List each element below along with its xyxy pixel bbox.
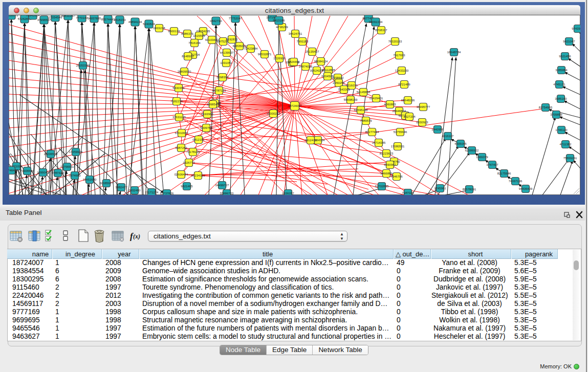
svg-text:13171274: 13171274 [145, 191, 159, 194]
svg-text:3709859: 3709859 [550, 113, 562, 116]
svg-text:5674680: 5674680 [69, 174, 81, 177]
svg-text:53755646: 53755646 [394, 130, 407, 134]
svg-text:76945314: 76945314 [26, 15, 40, 17]
svg-text:9413186: 9413186 [273, 19, 285, 22]
svg-text:71756551: 71756551 [60, 165, 74, 168]
svg-text:0433218: 0433218 [153, 27, 165, 30]
svg-text:77752047: 77752047 [229, 17, 243, 20]
svg-text:34957885: 34957885 [88, 17, 101, 20]
svg-text:60385977: 60385977 [100, 182, 114, 185]
svg-text:71746488: 71746488 [9, 169, 18, 172]
svg-text:9600133: 9600133 [168, 30, 180, 33]
svg-text:9912419: 9912419 [304, 139, 317, 142]
svg-text:4316117: 4316117 [442, 135, 454, 138]
svg-text:94406409: 94406409 [519, 187, 533, 190]
svg-text:9821465: 9821465 [181, 185, 193, 188]
svg-text:49894134: 49894134 [128, 20, 142, 24]
svg-text:5009788: 5009788 [200, 126, 212, 129]
svg-text:36995777: 36995777 [417, 105, 430, 108]
svg-text:80831367: 80831367 [61, 15, 75, 17]
svg-text:5430391: 5430391 [172, 86, 185, 90]
svg-text:80112805: 80112805 [322, 69, 336, 72]
svg-text:1440956: 1440956 [431, 128, 444, 131]
svg-text:74367136: 74367136 [509, 180, 522, 183]
svg-text:0932480: 0932480 [128, 189, 141, 192]
svg-text:3518233: 3518233 [114, 18, 126, 21]
svg-text:3387262: 3387262 [175, 146, 187, 149]
svg-text:19300253: 19300253 [267, 112, 280, 115]
svg-text:8148932: 8148932 [182, 55, 194, 58]
svg-text:16648784: 16648784 [447, 51, 461, 54]
svg-text:1745961: 1745961 [434, 187, 446, 190]
svg-text:6998543: 6998543 [207, 103, 219, 106]
svg-text:5240824: 5240824 [143, 23, 155, 26]
svg-text:4745171: 4745171 [553, 83, 565, 86]
svg-text:67010651: 67010651 [175, 132, 189, 135]
svg-text:64139537: 64139537 [220, 51, 234, 54]
svg-text:55698169: 55698169 [344, 98, 358, 101]
svg-text:6690967: 6690967 [384, 163, 396, 166]
svg-text:1969379: 1969379 [476, 156, 488, 159]
svg-text:4711382: 4711382 [560, 143, 572, 146]
svg-text:8708317: 8708317 [375, 29, 387, 32]
svg-text:1399049: 1399049 [37, 171, 49, 174]
svg-text:4060883: 4060883 [384, 103, 396, 106]
svg-text:54145868: 54145868 [357, 91, 371, 94]
svg-text:9521456: 9521456 [559, 55, 571, 58]
svg-text:18724007: 18724007 [288, 104, 302, 107]
svg-text:15451680: 15451680 [83, 178, 97, 181]
svg-text:67737826: 67737826 [160, 192, 174, 195]
svg-text:86578091: 86578091 [463, 188, 476, 191]
svg-text:27354549: 27354549 [49, 16, 62, 19]
svg-text:7816184: 7816184 [188, 41, 201, 45]
svg-text:99091334: 99091334 [369, 20, 383, 24]
svg-text:75869261: 75869261 [563, 157, 577, 160]
svg-text:3685160: 3685160 [555, 97, 567, 100]
svg-text:1824493: 1824493 [288, 60, 300, 63]
svg-text:1627204: 1627204 [403, 115, 416, 118]
svg-text:1326773: 1326773 [183, 161, 195, 164]
svg-text:9743953: 9743953 [572, 27, 580, 30]
svg-text:9636057: 9636057 [282, 192, 294, 195]
svg-text:4738299: 4738299 [276, 26, 288, 29]
svg-text:1615594: 1615594 [193, 34, 205, 37]
svg-text:81223623: 81223623 [380, 152, 394, 155]
svg-text:76320163: 76320163 [388, 40, 402, 43]
svg-text:17080531: 17080531 [391, 145, 405, 148]
svg-text:2260256: 2260256 [333, 81, 345, 84]
svg-text:85574443: 85574443 [101, 18, 115, 21]
svg-text:02606474: 02606474 [175, 173, 188, 176]
svg-text:8386379: 8386379 [181, 32, 193, 35]
svg-text:0842710: 0842710 [210, 19, 222, 23]
svg-text:34624751: 34624751 [289, 32, 302, 35]
svg-text:04499727: 04499727 [215, 184, 229, 187]
svg-text:62702895: 62702895 [375, 185, 389, 188]
svg-text:1746120: 1746120 [555, 128, 568, 132]
svg-text:61595148: 61595148 [354, 108, 368, 112]
svg-text:51850671: 51850671 [9, 15, 18, 17]
svg-text:87277434: 87277434 [365, 130, 379, 134]
svg-text:7187026: 7187026 [402, 191, 414, 194]
svg-text:81754965: 81754965 [539, 106, 553, 109]
svg-text:13433200: 13433200 [395, 69, 409, 72]
svg-text:9421047: 9421047 [563, 40, 575, 43]
svg-text:37631165: 37631165 [172, 116, 186, 119]
svg-text:87234309: 87234309 [191, 174, 205, 177]
svg-text:3747407: 3747407 [486, 163, 498, 166]
svg-text:72423884: 72423884 [244, 47, 258, 50]
svg-text:25135427: 25135427 [306, 50, 319, 53]
svg-text:34714345: 34714345 [372, 141, 386, 144]
svg-text:17359924: 17359924 [69, 150, 83, 154]
svg-text:8721489: 8721489 [398, 83, 410, 86]
svg-text:62386922: 62386922 [465, 149, 479, 152]
svg-text:7543303: 7543303 [338, 88, 350, 91]
svg-text:96532871: 96532871 [258, 53, 272, 56]
svg-text:2787429: 2787429 [52, 171, 64, 174]
svg-text:5098393: 5098393 [216, 76, 229, 79]
svg-text:65787133: 65787133 [212, 89, 226, 92]
svg-text:65648236: 65648236 [401, 99, 415, 102]
svg-text:3482477: 3482477 [115, 186, 127, 189]
svg-text:0812191: 0812191 [192, 138, 205, 141]
svg-text:73178108: 73178108 [186, 150, 200, 154]
svg-text:01429401: 01429401 [369, 97, 383, 100]
